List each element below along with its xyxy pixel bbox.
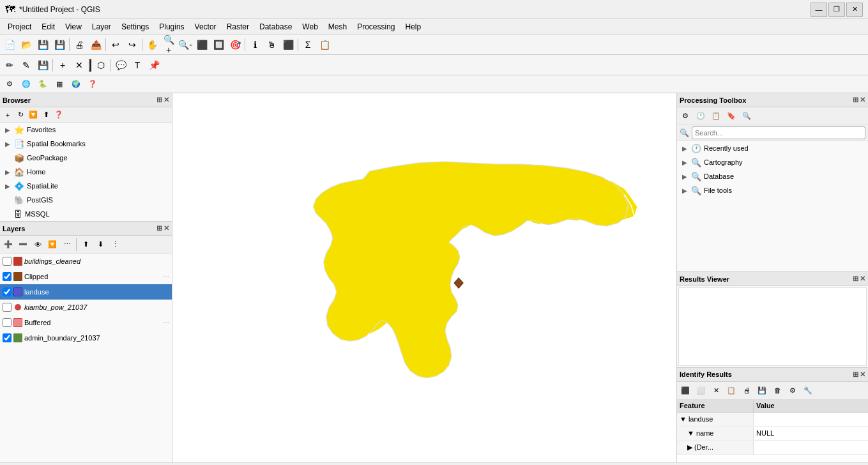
id-clear-btn[interactable]: 🗑 bbox=[770, 383, 784, 397]
layer-more-btn[interactable]: ⋯ bbox=[60, 238, 74, 252]
menu-database[interactable]: Database bbox=[254, 20, 297, 34]
browser-close-btn[interactable]: ✕ bbox=[164, 96, 169, 104]
menu-mesh[interactable]: Mesh bbox=[323, 20, 352, 34]
node-tool-button[interactable]: ⬡ bbox=[93, 57, 109, 73]
identify-close-btn[interactable]: ✕ bbox=[860, 370, 865, 379]
proc-settings-btn[interactable]: ⚙ bbox=[678, 109, 692, 123]
browser-help-btn[interactable]: ❓ bbox=[52, 109, 65, 121]
export-button[interactable]: 📤 bbox=[88, 36, 104, 53]
menu-plugins[interactable]: Plugins bbox=[154, 20, 189, 34]
layer-checkbox-buildings[interactable] bbox=[3, 257, 11, 266]
maximize-button[interactable]: ❐ bbox=[828, 3, 845, 17]
open-project-button[interactable]: 📂 bbox=[18, 36, 34, 53]
layer-checkbox-kiambu[interactable] bbox=[3, 303, 11, 312]
expand-icon-landuse[interactable]: ▼ bbox=[680, 415, 687, 423]
label-pin-button[interactable]: 📌 bbox=[146, 57, 162, 73]
menu-view[interactable]: View bbox=[60, 20, 87, 34]
layers-close-btn[interactable]: ✕ bbox=[164, 224, 169, 232]
processing-search-input[interactable] bbox=[692, 126, 865, 139]
map-area[interactable] bbox=[172, 93, 676, 462]
layers-extra-btn[interactable]: ⋮ bbox=[108, 238, 122, 252]
undo-button[interactable]: ↩ bbox=[107, 36, 124, 53]
open-field-calc-button[interactable]: Σ bbox=[300, 36, 316, 53]
browser-item-geopackage[interactable]: ▶ 📦 GeoPackage bbox=[0, 151, 172, 165]
zoom-in-button[interactable]: 🔍+ bbox=[160, 36, 177, 53]
browser-add-btn[interactable]: + bbox=[1, 109, 14, 121]
minimize-button[interactable]: — bbox=[811, 3, 827, 17]
zoom-out-button[interactable]: 🔍- bbox=[177, 36, 194, 53]
browser-float-btn[interactable]: ⊞ bbox=[156, 96, 162, 104]
add-feature-button[interactable]: + bbox=[54, 57, 71, 73]
georef-btn[interactable]: 🌐 bbox=[18, 76, 34, 93]
save-as-button[interactable]: 💾 bbox=[51, 36, 68, 53]
menu-web[interactable]: Web bbox=[297, 20, 323, 34]
menu-settings[interactable]: Settings bbox=[116, 20, 154, 34]
browser-item-postgis[interactable]: ▶ 🐘 PostGIS bbox=[0, 193, 172, 207]
results-close-btn[interactable]: ✕ bbox=[860, 275, 865, 283]
open-layer-btn[interactable]: 👁 bbox=[31, 238, 45, 252]
menu-processing[interactable]: Processing bbox=[352, 20, 400, 34]
identify-float-btn[interactable]: ⊞ bbox=[853, 370, 858, 379]
menu-project[interactable]: Project bbox=[3, 20, 36, 34]
layer-item-landuse[interactable]: landuse bbox=[0, 284, 172, 300]
processing-close-btn[interactable]: ✕ bbox=[860, 96, 865, 104]
toggle-edit-button[interactable]: ✎ bbox=[18, 57, 34, 73]
menu-help[interactable]: Help bbox=[400, 20, 427, 34]
help-btn[interactable]: ❓ bbox=[84, 76, 101, 93]
id-expand-btn[interactable]: ⬛ bbox=[678, 383, 692, 397]
grid-btn[interactable]: ▦ bbox=[51, 76, 68, 93]
results-float-btn[interactable]: ⊞ bbox=[853, 275, 858, 283]
layers-float-btn[interactable]: ⊞ bbox=[156, 224, 162, 232]
menu-vector[interactable]: Vector bbox=[190, 20, 222, 34]
zoom-selection-button[interactable]: 🎯 bbox=[227, 36, 243, 53]
id-copy-btn[interactable]: 📋 bbox=[724, 383, 738, 397]
id-collapse-btn[interactable]: ⬜ bbox=[694, 383, 708, 397]
tree-item-cartography[interactable]: ▶ 🔍 Cartography bbox=[677, 155, 868, 169]
pan-button[interactable]: ✋ bbox=[144, 36, 160, 53]
select-button[interactable]: 🖱 bbox=[263, 36, 280, 53]
proc-history-btn[interactable]: 🕐 bbox=[694, 109, 708, 123]
expand-icon-name[interactable]: ▼ bbox=[687, 429, 694, 437]
delete-feature-button[interactable]: ✕ bbox=[71, 57, 88, 73]
proc-bookmark-btn[interactable]: 🔖 bbox=[724, 109, 738, 123]
zoom-full-button[interactable]: ⬛ bbox=[194, 36, 210, 53]
move-down-btn[interactable]: ⬇ bbox=[93, 238, 107, 252]
browser-item-home[interactable]: ▶ 🏠 Home bbox=[0, 165, 172, 179]
remove-layer-btn[interactable]: ➖ bbox=[16, 238, 30, 252]
id-deselect-btn[interactable]: ✕ bbox=[709, 383, 723, 397]
id-print-btn[interactable]: 🖨 bbox=[740, 383, 754, 397]
layer-checkbox-admin[interactable] bbox=[3, 333, 11, 342]
browser-item-spatial-bookmarks[interactable]: ▶ 📑 Spatial Bookmarks bbox=[0, 137, 172, 151]
python-btn[interactable]: 🐍 bbox=[34, 76, 51, 93]
proc-results-btn[interactable]: 📋 bbox=[709, 109, 723, 123]
move-up-btn[interactable]: ⬆ bbox=[79, 238, 93, 252]
tree-item-recently-used[interactable]: ▶ 🕐 Recently used bbox=[677, 141, 868, 155]
close-button[interactable]: ✕ bbox=[846, 3, 863, 17]
menu-layer[interactable]: Layer bbox=[87, 20, 116, 34]
id-save-btn[interactable]: 💾 bbox=[755, 383, 769, 397]
digitize-btn[interactable]: ⚙ bbox=[1, 76, 18, 93]
layer-checkbox-landuse[interactable] bbox=[3, 287, 11, 296]
new-project-button[interactable]: 📄 bbox=[1, 36, 18, 53]
layer-checkbox-clipped[interactable] bbox=[3, 272, 11, 281]
current-edits-button[interactable]: ✏ bbox=[1, 57, 18, 73]
attribute-table-button[interactable]: 📋 bbox=[316, 36, 333, 53]
browser-item-favorites[interactable]: ▶ ⭐ Favorites bbox=[0, 123, 172, 137]
id-help-btn[interactable]: 🔧 bbox=[801, 383, 815, 397]
layer-item-buffered[interactable]: Buffered ⋯ bbox=[0, 315, 172, 330]
layer-item-admin-boundary[interactable]: admin_boundary_21037 bbox=[0, 330, 172, 346]
map-tips-button[interactable]: 💬 bbox=[112, 57, 129, 73]
redo-button[interactable]: ↪ bbox=[124, 36, 141, 53]
save-project-button[interactable]: 💾 bbox=[34, 36, 51, 53]
expand-icon-der[interactable]: ▶ bbox=[687, 443, 692, 452]
identify-button[interactable]: ℹ bbox=[247, 36, 263, 53]
browser-item-spatialite[interactable]: ▶ 💠 SpatiaLite bbox=[0, 179, 172, 193]
menu-edit[interactable]: Edit bbox=[36, 20, 60, 34]
filter-layer-btn[interactable]: 🔽 bbox=[45, 238, 59, 252]
menu-raster[interactable]: Raster bbox=[222, 20, 254, 34]
proc-search-btn[interactable]: 🔍 bbox=[740, 109, 754, 123]
layer-item-kiambu[interactable]: kiambu_pow_21037 bbox=[0, 300, 172, 315]
layer-item-buildings-cleaned[interactable]: buildings_cleaned bbox=[0, 254, 172, 269]
save-layer-button[interactable]: 💾 bbox=[34, 57, 51, 73]
tree-item-database[interactable]: ▶ 🔍 Database bbox=[677, 169, 868, 183]
